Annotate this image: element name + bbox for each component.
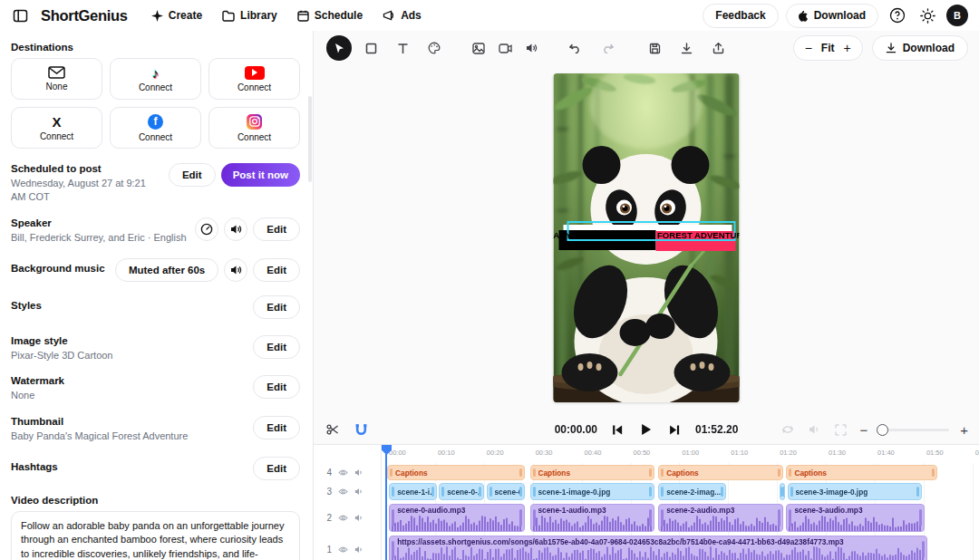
clip-left-handle[interactable] <box>789 468 791 478</box>
clip-right-handle[interactable] <box>649 487 652 497</box>
theme-toggle-button[interactable] <box>916 5 939 27</box>
timeline-zoom-slider[interactable] <box>878 429 949 431</box>
eye-icon[interactable] <box>338 468 348 477</box>
clip-left-handle[interactable] <box>490 487 492 497</box>
nav-create[interactable]: Create <box>144 4 209 27</box>
nav-library[interactable]: Library <box>215 4 285 27</box>
clip-right-handle[interactable] <box>431 487 434 497</box>
nav-ads[interactable]: Ads <box>375 4 429 27</box>
clip-left-handle[interactable] <box>533 509 536 526</box>
timeline-clip-image-1[interactable]: scene-0-... <box>439 483 484 500</box>
destination-instagram[interactable]: Connect <box>208 107 300 149</box>
speaker-volume-icon[interactable] <box>354 468 363 477</box>
destination-x[interactable]: X Connect <box>11 107 102 149</box>
clip-left-handle[interactable] <box>661 509 664 526</box>
clip-left-handle[interactable] <box>661 468 664 478</box>
timeline-clip-audio-2[interactable]: scene-2-audio.mp3 <box>658 504 783 532</box>
timeline-clip-image-4[interactable]: scene-2-imag... <box>658 483 726 500</box>
skip-end-button[interactable] <box>667 422 683 438</box>
add-audio-button[interactable] <box>521 35 541 61</box>
zoom-in-button[interactable]: + <box>843 42 850 54</box>
image-style-edit-button[interactable]: Edit <box>253 335 300 359</box>
music-muted-button[interactable]: Muted after 60s <box>115 258 218 282</box>
play-button[interactable] <box>638 421 654 438</box>
account-button[interactable]: B <box>946 5 968 26</box>
timeline-clip-image-6[interactable]: scene-3-image-0.jpg <box>788 483 923 500</box>
download-video-button[interactable]: Download <box>872 35 968 61</box>
select-tool-button[interactable] <box>326 35 352 61</box>
thumbnail-edit-button[interactable]: Edit <box>253 416 300 439</box>
clip-left-handle[interactable] <box>390 468 393 478</box>
speaker-volume-icon[interactable] <box>354 546 363 554</box>
timeline-clip-captions-3[interactable]: Captions <box>786 465 937 480</box>
clip-right-handle[interactable] <box>519 468 522 478</box>
clip-right-handle[interactable] <box>916 487 919 497</box>
timeline-clip-image-5[interactable]: s <box>780 483 784 500</box>
timeline-zoom-out-button[interactable]: − <box>859 423 868 437</box>
clip-right-handle[interactable] <box>922 541 925 558</box>
clip-left-handle[interactable] <box>782 487 784 497</box>
add-video-button[interactable] <box>495 35 515 61</box>
hashtags-edit-button[interactable]: Edit <box>253 457 300 480</box>
sidebar-scrollbar[interactable] <box>308 96 312 182</box>
timeline-zoom-in-button[interactable]: + <box>960 423 968 437</box>
timeline-clip-captions-0[interactable]: Captions <box>387 465 525 480</box>
speaker-volume-icon[interactable] <box>354 488 363 496</box>
clip-right-handle[interactable] <box>721 487 723 497</box>
clip-right-handle[interactable] <box>780 487 781 497</box>
timeline-clip-captions-1[interactable]: Captions <box>530 465 654 480</box>
save-button[interactable] <box>642 35 667 61</box>
clip-right-handle[interactable] <box>932 468 935 478</box>
help-button[interactable] <box>886 4 909 27</box>
snap-toggle-button[interactable] <box>354 421 369 438</box>
clip-right-handle[interactable] <box>778 468 780 478</box>
editor-canvas[interactable]: BABY PANDA'S MAGICAL FOREST ADVENTURE <box>314 65 979 415</box>
clip-left-handle[interactable] <box>790 487 793 497</box>
music-edit-button[interactable]: Edit <box>253 258 300 282</box>
clip-right-handle[interactable] <box>649 468 652 478</box>
skip-start-button[interactable] <box>610 422 625 438</box>
clip-left-handle[interactable] <box>661 487 664 497</box>
clip-right-handle[interactable] <box>479 487 481 497</box>
clip-right-handle[interactable] <box>519 509 522 526</box>
style-tool-button[interactable] <box>422 35 447 61</box>
timeline-clip-image-0[interactable]: scene-1-i... <box>389 483 437 500</box>
export-button[interactable] <box>705 35 731 61</box>
eye-icon[interactable] <box>338 546 348 554</box>
clip-left-handle[interactable] <box>533 468 536 478</box>
watermark-edit-button[interactable]: Edit <box>253 375 300 399</box>
split-button[interactable] <box>325 421 341 438</box>
eye-icon[interactable] <box>338 488 348 496</box>
destination-youtube[interactable]: Connect <box>208 58 300 100</box>
destination-tiktok[interactable]: ♪ Connect <box>110 58 201 100</box>
clip-left-handle[interactable] <box>789 509 791 526</box>
zoom-fit-button[interactable]: Fit <box>821 42 835 54</box>
destination-email[interactable]: None <box>11 58 102 100</box>
timeline-mute-button[interactable] <box>807 422 822 437</box>
sidebar-toggle-button[interactable] <box>9 5 32 27</box>
music-volume-button[interactable] <box>224 258 247 282</box>
clip-left-handle[interactable] <box>392 541 394 558</box>
video-description-textarea[interactable]: Follow an adorable baby panda on an unfo… <box>11 511 300 560</box>
speaker-speed-button[interactable] <box>195 217 218 241</box>
feedback-button[interactable]: Feedback <box>703 4 778 28</box>
clip-right-handle[interactable] <box>649 509 652 526</box>
fullscreen-button[interactable] <box>833 422 848 438</box>
undo-button[interactable] <box>563 35 588 61</box>
post-it-now-button[interactable]: Post it now <box>221 163 300 187</box>
timeline-ruler[interactable]: 00:0000:1000:2000:3000:4000:5001:0001:10… <box>386 445 979 463</box>
video-preview[interactable]: BABY PANDA'S MAGICAL FOREST ADVENTURE <box>554 73 740 402</box>
add-image-button[interactable] <box>469 35 489 61</box>
timeline-clip-image-3[interactable]: scene-1-image-0.jpg <box>530 483 654 500</box>
download-tool-button[interactable] <box>674 35 699 61</box>
download-app-button[interactable]: Download <box>786 4 878 28</box>
clip-right-handle[interactable] <box>919 509 922 526</box>
text-tool-button[interactable] <box>390 35 415 61</box>
timeline-clip-captions-2[interactable]: Captions <box>658 465 783 480</box>
nav-schedule[interactable]: Schedule <box>290 4 370 27</box>
clip-left-handle[interactable] <box>392 509 394 526</box>
clip-left-handle[interactable] <box>533 487 536 497</box>
timeline-tracks-area[interactable]: 00:0000:1000:2000:3000:4000:5001:0001:10… <box>382 445 979 560</box>
timeline-zoom-knob[interactable] <box>877 424 888 436</box>
speaker-volume-button[interactable] <box>224 217 247 241</box>
